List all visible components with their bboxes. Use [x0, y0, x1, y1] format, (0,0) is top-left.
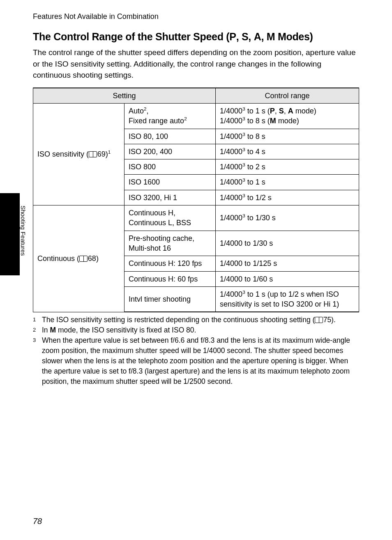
section-tab [0, 193, 20, 275]
setting-option: ISO 800 [125, 159, 216, 175]
page-number: 78 [33, 517, 42, 526]
setting-option: ISO 200, 400 [125, 144, 216, 159]
mode-m: M [267, 31, 275, 42]
footnote-text: The ISO sensitivity setting is restricte… [42, 315, 359, 325]
setting-option: Continuous H: 120 fps [125, 256, 216, 271]
setting-option: Intvl timer shooting [125, 286, 216, 312]
control-range: 1/4000 to 1/60 s [216, 271, 359, 286]
footnote-number: 1 [33, 315, 39, 325]
setting-group-label: Continuous (68) [33, 205, 125, 312]
mode-a: A [254, 31, 261, 42]
footnote-text: When the aperture value is set between f… [42, 335, 359, 386]
running-head: Features Not Available in Combination [33, 12, 359, 21]
footnote-text: In M mode, the ISO sensitivity is fixed … [42, 325, 359, 335]
control-range: 1/40003 to 8 s [216, 129, 359, 144]
control-range: 1/4000 to 1/30 s [216, 231, 359, 256]
footnotes: 1The ISO sensitivity setting is restrict… [33, 315, 359, 386]
control-range: 1/4000 to 1/125 s [216, 256, 359, 271]
footnote-number: 2 [33, 325, 39, 335]
footnote: 1The ISO sensitivity setting is restrict… [33, 315, 359, 325]
footnote: 3When the aperture value is set between … [33, 335, 359, 386]
setting-option: Auto2,Fixed range auto2 [125, 103, 216, 129]
setting-option: ISO 80, 100 [125, 129, 216, 144]
page-ref-icon [89, 151, 97, 157]
footnote-number: 3 [33, 335, 39, 386]
control-range: 1/40003 to 1/30 s [216, 205, 359, 231]
setting-option: ISO 3200, Hi 1 [125, 190, 216, 205]
title-pre: The Control Range of the Shutter Speed ( [33, 31, 229, 42]
control-range: 1/40003 to 1 s (up to 1/2 s when ISO sen… [216, 286, 359, 312]
th-range: Control range [216, 88, 359, 104]
shutter-speed-table: Setting Control range ISO sensitivity (6… [33, 88, 359, 313]
setting-group-label: ISO sensitivity (69)1 [33, 103, 125, 205]
setting-option: Continuous H,Continuous L, BSS [125, 205, 216, 231]
mode-p: P [229, 31, 236, 42]
control-range: 1/40003 to 1 s (P, S, A mode)1/40003 to … [216, 103, 359, 129]
page-ref-icon [79, 256, 88, 262]
setting-option: Continuous H: 60 fps [125, 271, 216, 286]
table-row: ISO sensitivity (69)1Auto2,Fixed range a… [33, 103, 359, 129]
page-title: The Control Range of the Shutter Speed (… [33, 31, 359, 43]
control-range: 1/40003 to 1/2 s [216, 190, 359, 205]
table-row: Continuous (68)Continuous H,Continuous L… [33, 205, 359, 231]
setting-option: ISO 1600 [125, 175, 216, 190]
control-range: 1/40003 to 2 s [216, 159, 359, 175]
th-setting: Setting [33, 88, 216, 104]
mode-s: S [242, 31, 248, 42]
footnote: 2In M mode, the ISO sensitivity is fixed… [33, 325, 359, 335]
title-post: Modes) [275, 31, 313, 42]
control-range: 1/40003 to 1 s [216, 175, 359, 190]
control-range: 1/40003 to 4 s [216, 144, 359, 159]
intro-paragraph: The control range of the shutter speed d… [33, 47, 359, 81]
setting-option: Pre-shooting cache,Multi-shot 16 [125, 231, 216, 256]
section-label: Shooting Features [20, 205, 27, 256]
